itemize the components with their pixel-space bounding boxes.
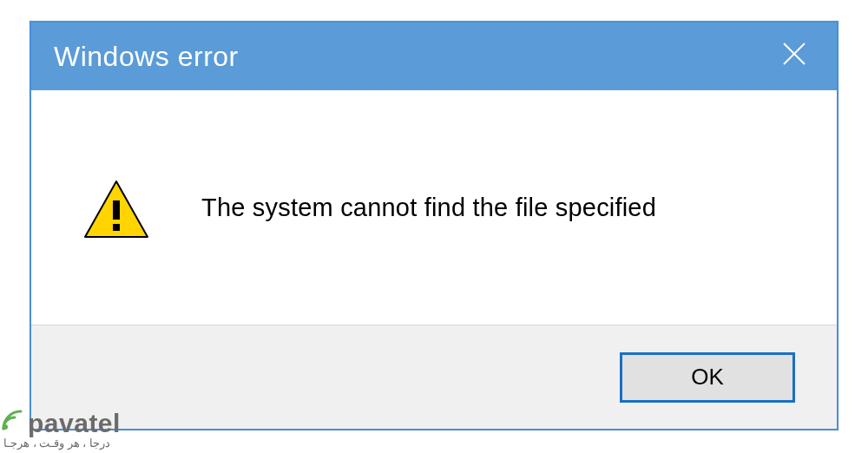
warning-icon — [82, 176, 151, 246]
ok-button[interactable]: OK — [620, 352, 795, 403]
dialog-body: The system cannot find the file specifie… — [31, 90, 837, 325]
svg-rect-3 — [113, 200, 120, 220]
watermark-tagline: درجا ، هر وقـت ، هرجـا — [3, 437, 110, 450]
error-message: The system cannot find the file specifie… — [201, 194, 656, 222]
watermark: pavatel درجا ، هر وقـت ، هرجـا — [0, 408, 121, 450]
watermark-brand: pavatel — [28, 409, 121, 438]
dialog-title: Windows error — [54, 41, 239, 73]
svg-point-5 — [3, 424, 8, 430]
error-dialog: Windows error The system cannot find the… — [30, 21, 838, 430]
close-icon[interactable] — [774, 37, 814, 76]
titlebar: Windows error — [31, 23, 837, 90]
svg-rect-4 — [113, 224, 120, 231]
dialog-footer: OK — [31, 325, 837, 429]
watermark-logo: pavatel — [0, 408, 121, 438]
signal-icon — [0, 408, 24, 438]
